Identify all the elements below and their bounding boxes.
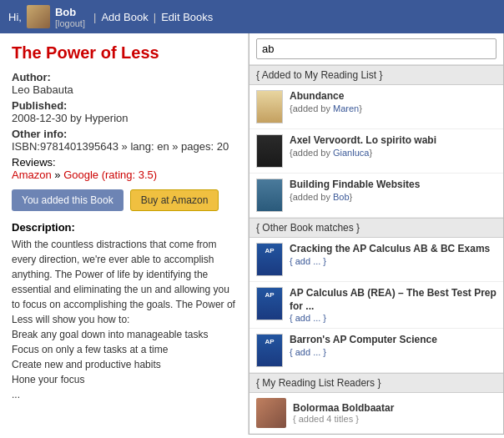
book-name: Axel Vervoordt. Lo spirito wabi — [290, 134, 496, 148]
add-link[interactable]: { add ... } — [290, 256, 326, 266]
edit-books-link[interactable]: Edit Books — [161, 11, 213, 23]
ap-label: AP — [257, 335, 282, 345]
book-cover — [256, 90, 283, 123]
list-item: Bolormaa Boldbaatar { added 4 titles } — [249, 393, 503, 434]
reviews-row: Reviews: Amazon » Google (rating: 3.5) — [12, 156, 236, 181]
book-cover — [256, 179, 283, 212]
main-layout: The Power of Less Author: Leo Babauta Pu… — [0, 33, 504, 435]
book-info: Barron's AP Computer Science { add ... } — [290, 334, 496, 357]
list-item: Carleta Barrett { added 4 titles } — [249, 434, 503, 435]
greeting-text: Hi, — [8, 11, 22, 23]
book-name: Abundance — [290, 90, 496, 103]
book-name: Cracking the AP Calculus AB & BC Exams — [290, 243, 496, 256]
logout-link[interactable]: [logout] — [55, 18, 85, 28]
book-name: Building Findable Websites — [290, 179, 496, 192]
separator-1: | — [93, 11, 96, 23]
book-added-by: {added by Maren} — [290, 103, 496, 113]
added-by-link[interactable]: Maren — [333, 103, 359, 113]
amazon-review-link[interactable]: Amazon — [12, 169, 52, 181]
header-links: | Add Book | Edit Books — [93, 11, 213, 23]
description-text: With the countless distractions that com… — [12, 237, 236, 402]
book-published-row: Published: 2008-12-30 by Hyperion — [12, 99, 236, 124]
action-buttons: You added this Book Buy at Amazon — [12, 189, 236, 211]
book-name: Barron's AP Computer Science — [290, 334, 496, 347]
reviews-label: Reviews: — [12, 156, 56, 169]
book-title: The Power of Less — [12, 43, 236, 63]
reviews-separator: » — [54, 169, 63, 181]
book-info: AP Calculus AB (REA) – The Best Test Pre… — [290, 287, 496, 323]
add-link[interactable]: { add ... } — [290, 347, 326, 357]
book-added-by: {added by Bob} — [290, 192, 496, 202]
search-container — [249, 33, 503, 65]
book-author-row: Author: Leo Babauta — [12, 71, 236, 96]
you-added-button[interactable]: You added this Book — [12, 189, 123, 211]
published-label: Published: — [12, 99, 67, 112]
add-link[interactable]: { add ... } — [290, 313, 326, 323]
google-review-link[interactable]: Google (rating: 3.5) — [63, 169, 157, 181]
book-add-link: { add ... } — [290, 313, 496, 323]
book-added-by: {added by Gianluca} — [290, 148, 496, 158]
author-value: Leo Babauta — [12, 83, 73, 96]
ap-label: AP — [257, 244, 282, 254]
add-book-link[interactable]: Add Book — [101, 11, 148, 23]
separator-2: | — [154, 11, 156, 23]
book-info: Cracking the AP Calculus AB & BC Exams {… — [290, 243, 496, 266]
book-cover: AP — [256, 287, 283, 320]
description-label: Description: — [12, 221, 236, 234]
book-other-info-row: Other info: ISBN:9781401395643 » lang: e… — [12, 128, 236, 153]
avatar — [27, 5, 50, 28]
list-item: AP Barron's AP Computer Science { add ..… — [249, 329, 503, 373]
author-label: Author: — [12, 71, 51, 83]
person-info: Bolormaa Boldbaatar { added 4 titles } — [293, 402, 496, 424]
book-cover — [256, 134, 283, 168]
list-item: AP Cracking the AP Calculus AB & BC Exam… — [249, 238, 503, 282]
book-name: AP Calculus AB (REA) – The Best Test Pre… — [290, 287, 496, 313]
book-info: Abundance {added by Maren} — [290, 90, 496, 113]
reading-list-books: Abundance {added by Maren} Axel Vervoord… — [249, 85, 503, 218]
left-panel: The Power of Less Author: Leo Babauta Pu… — [0, 33, 249, 435]
book-add-link: { add ... } — [290, 347, 496, 357]
published-value: 2008-12-30 by Hyperion — [12, 112, 128, 124]
book-cover: AP — [256, 334, 283, 367]
person-titles: { added 4 titles } — [293, 414, 496, 424]
header: Hi, Bob [logout] | Add Book | Edit Books — [0, 0, 504, 33]
list-item: Abundance {added by Maren} — [249, 85, 503, 129]
reading-list-section-header: { Added to My Reading List } — [249, 65, 503, 85]
book-info: Axel Vervoordt. Lo spirito wabi {added b… — [290, 134, 496, 158]
book-cover: AP — [256, 243, 283, 276]
other-info-value: ISBN:9781401395643 » lang: en » pages: 2… — [12, 140, 229, 153]
other-matches-section-header: { Other Book matches } — [249, 218, 503, 238]
added-by-link[interactable]: Gianluca — [333, 148, 369, 158]
username: Bob — [55, 6, 76, 18]
added-by-link[interactable]: Bob — [333, 192, 350, 202]
search-input[interactable] — [256, 38, 496, 59]
other-books: AP Cracking the AP Calculus AB & BC Exam… — [249, 238, 503, 373]
book-add-link: { add ... } — [290, 256, 496, 266]
user-info: Bob [logout] — [55, 6, 85, 28]
list-item: Axel Vervoordt. Lo spirito wabi {added b… — [249, 129, 503, 174]
person-avatar — [256, 398, 286, 428]
list-item: Building Findable Websites {added by Bob… — [249, 174, 503, 218]
list-item: AP AP Calculus AB (REA) – The Best Test … — [249, 282, 503, 329]
description-section: Description: With the countless distract… — [12, 221, 236, 402]
person-name: Bolormaa Boldbaatar — [293, 402, 496, 414]
dropdown-panel: { Added to My Reading List } Abundance {… — [249, 33, 504, 435]
readers-list: Bolormaa Boldbaatar { added 4 titles } C… — [249, 393, 503, 435]
other-info-label: Other info: — [12, 128, 67, 140]
buy-amazon-button[interactable]: Buy at Amazon — [130, 189, 219, 211]
ap-label: AP — [257, 288, 282, 299]
book-info: Building Findable Websites {added by Bob… — [290, 179, 496, 202]
readers-section-header: { My Reading List Readers } — [249, 373, 503, 393]
